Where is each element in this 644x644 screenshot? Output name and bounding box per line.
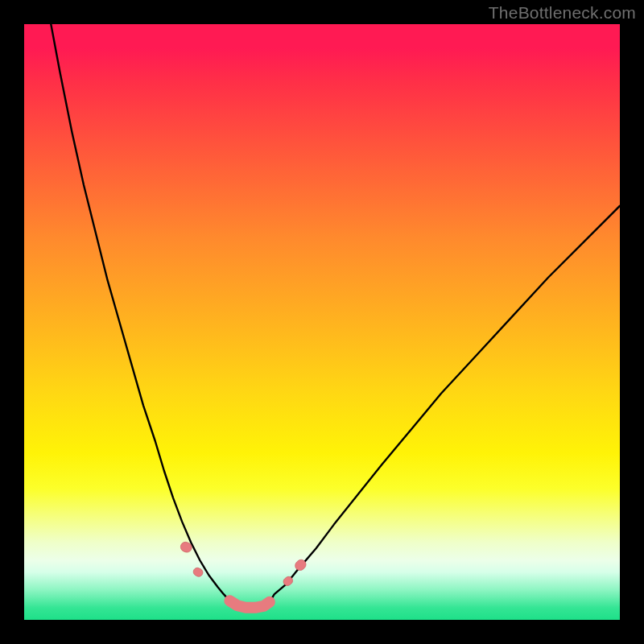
curve-layer bbox=[24, 24, 620, 620]
outer-frame: TheBottleneck.com bbox=[0, 0, 644, 644]
watermark-text: TheBottleneck.com bbox=[489, 3, 636, 23]
plot-area bbox=[24, 24, 620, 620]
bottleneck-curve bbox=[51, 24, 620, 608]
left-edge-marker bbox=[192, 567, 204, 578]
valley-marker-strip bbox=[229, 601, 270, 608]
